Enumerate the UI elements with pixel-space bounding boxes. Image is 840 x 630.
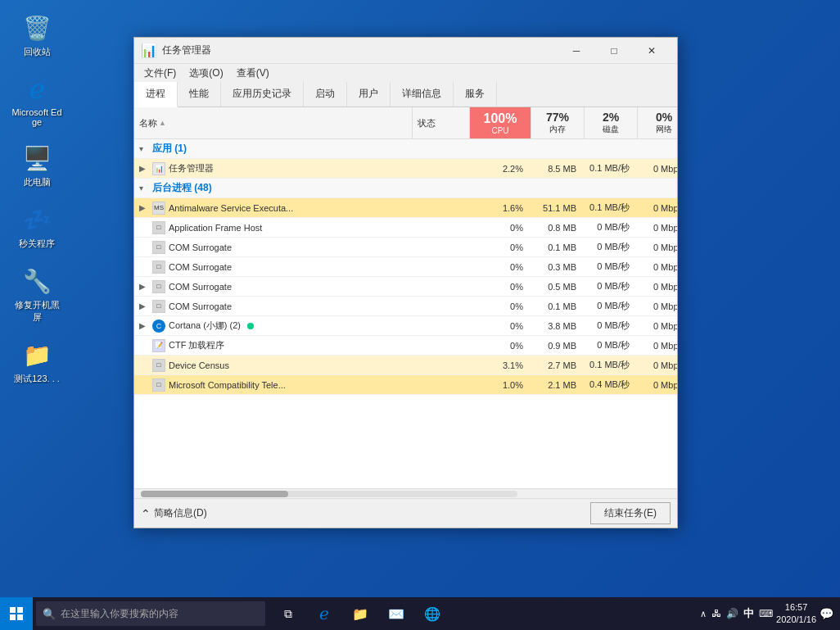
date-display: 2020/1/16	[776, 614, 816, 626]
table-row[interactable]: □ COM Surrogate 0% 0.3 MB 0 MB/秒 0 Mbps	[134, 257, 677, 277]
tab-performance[interactable]: 性能	[178, 82, 221, 107]
desktop-icon-test[interactable]: 📁 测试123. . .	[8, 335, 65, 388]
edge-label: Microsoft Edge	[11, 107, 62, 127]
pc-icon: 🖥️	[20, 142, 53, 174]
process-name: ▶ □ COM Surrogate	[134, 298, 413, 315]
tab-details[interactable]: 详细信息	[391, 82, 454, 107]
desktop-icon-edge[interactable]: ℯ Microsoft Edge	[8, 70, 65, 130]
taskbar-center: ⧉ ℯ 📁 ✉️ 🌐	[272, 597, 449, 630]
close-button[interactable]: ✕	[633, 38, 671, 64]
table-row[interactable]: ▶ C Cortana (小娜) (2) 0% 3.8 MB 0 MB/秒 0 …	[134, 316, 677, 336]
notification-icon[interactable]: 💬	[820, 607, 833, 620]
keyboard-icon[interactable]: ⌨	[759, 608, 773, 619]
table-area: 名称 ▲ 状态 100% CPU 77% 内存	[134, 107, 677, 498]
desktop-icon-fix[interactable]: 🔧 修复开机黑屏	[8, 261, 65, 327]
apps-section-label: ▾ 应用 (1)	[134, 140, 413, 157]
task-view-button[interactable]: ⧉	[272, 597, 305, 630]
network-taskbar-button[interactable]: 🌐	[416, 597, 449, 630]
process-name: ▶ C Cortana (小娜) (2)	[134, 318, 413, 334]
table-row[interactable]: 📝 CTF 加载程序 0% 0.9 MB 0 MB/秒 0 Mbps	[134, 336, 677, 356]
col-name[interactable]: 名称 ▲	[134, 107, 413, 138]
desktop: 🗑️ 回收站 ℯ Microsoft Edge 🖥️ 此电脑 💤 秒关程序 🔧 …	[0, 0, 840, 630]
app-icon: 📊	[152, 162, 165, 175]
table-row[interactable]: ▶ 📊 任务管理器 2.2% 8.5 MB 0.1 MB/秒 0 Mbps	[134, 159, 677, 179]
menu-options[interactable]: 选项(O)	[183, 65, 229, 82]
process-name: ▶ □ COM Surrogate	[134, 279, 413, 295]
process-name: □ Microsoft Compatibility Tele...	[134, 377, 413, 393]
volume-icon[interactable]: 🔊	[726, 608, 738, 619]
col-status[interactable]: 状态	[413, 107, 470, 138]
folder-icon: 📁	[20, 338, 53, 371]
titlebar: 📊 任务管理器 ─ □ ✕	[134, 38, 677, 64]
expand-icon: ▾	[139, 184, 149, 193]
table-body[interactable]: ▾ 应用 (1) ▶ 📊 任务管理器	[134, 139, 677, 488]
table-row[interactable]: ▶ □ COM Surrogate 0% 0.1 MB 0 MB/秒 0 Mbp…	[134, 297, 677, 316]
sleep-icon: 💤	[20, 203, 53, 236]
window-controls: ─ □ ✕	[558, 38, 671, 64]
horizontal-scrollbar[interactable]	[134, 488, 677, 498]
svg-rect-0	[10, 607, 16, 613]
explorer-taskbar-button[interactable]: 📁	[344, 597, 377, 630]
desktop-icons: 🗑️ 回收站 ℯ Microsoft Edge 🖥️ 此电脑 💤 秒关程序 🔧 …	[8, 8, 65, 388]
sleep-label: 秒关程序	[19, 238, 55, 250]
col-network[interactable]: 0% 网络	[638, 107, 677, 138]
edge-icon: ℯ	[20, 73, 53, 106]
section-background[interactable]: ▾ 后台进程 (48)	[134, 179, 677, 198]
fix-icon: 🔧	[20, 265, 53, 297]
summary-button[interactable]: ⌃ 简略信息(D)	[141, 506, 207, 520]
tab-users[interactable]: 用户	[347, 82, 391, 107]
search-bar[interactable]: 🔍 在这里输入你要搜索的内容	[36, 601, 265, 626]
window-icon: 📊	[141, 43, 157, 58]
table-row[interactable]: ▶ □ COM Surrogate 0% 0.5 MB 0 MB/秒 0 Mbp…	[134, 277, 677, 297]
process-name: □ COM Surrogate	[134, 239, 413, 256]
mail-taskbar-button[interactable]: ✉️	[380, 597, 413, 630]
table-row[interactable]: □ Application Frame Host 0% 0.8 MB 0 MB/…	[134, 218, 677, 238]
start-button[interactable]	[0, 597, 33, 630]
col-disk[interactable]: 2% 磁盘	[585, 107, 638, 138]
summary-label: 简略信息(D)	[154, 506, 207, 520]
table-row[interactable]: □ COM Surrogate 0% 0.1 MB 0 MB/秒 0 Mbps	[134, 238, 677, 257]
cortana-icon: C	[152, 320, 165, 333]
taskbar: 🔍 在这里输入你要搜索的内容 ⧉ ℯ 📁 ✉️ 🌐 ∧ 🖧 🔊 中 ⌨ 16:5…	[0, 597, 840, 630]
maximize-button[interactable]: □	[595, 38, 633, 64]
desktop-icon-sleep[interactable]: 💤 秒关程序	[8, 200, 65, 253]
desktop-icon-pc[interactable]: 🖥️ 此电脑	[8, 138, 65, 192]
tab-processes[interactable]: 进程	[134, 82, 178, 107]
svg-rect-2	[10, 614, 16, 620]
process-name: 📝 CTF 加载程序	[134, 338, 413, 354]
table-row[interactable]: □ Microsoft Compatibility Tele... 1.0% 2…	[134, 375, 677, 395]
recycle-label: 回收站	[24, 46, 51, 58]
bottom-bar: ⌃ 简略信息(D) 结束任务(E)	[134, 498, 677, 528]
cpu-percent: 100%	[484, 111, 517, 126]
menubar: 文件(F) 选项(O) 查看(V)	[134, 64, 677, 82]
edge-taskbar-button[interactable]: ℯ	[308, 597, 341, 630]
network-tray-icon[interactable]: 🖧	[711, 608, 721, 619]
fix-label: 修复开机黑屏	[11, 299, 62, 324]
input-method-icon[interactable]: 中	[743, 606, 754, 621]
search-placeholder: 在这里输入你要搜索的内容	[61, 607, 178, 621]
tab-app-history[interactable]: 应用历史记录	[221, 82, 304, 107]
tab-startup[interactable]: 启动	[304, 82, 347, 107]
tab-services[interactable]: 服务	[454, 82, 497, 107]
background-section-label: ▾ 后台进程 (48)	[134, 179, 413, 197]
process-icon: □	[152, 300, 165, 313]
desktop-icon-recycle[interactable]: 🗑️ 回收站	[8, 8, 65, 61]
menu-view[interactable]: 查看(V)	[230, 65, 276, 82]
col-cpu[interactable]: 100% CPU	[470, 107, 531, 138]
table-row[interactable]: ▶ MS Antimalware Service Executa... 1.6%…	[134, 198, 677, 218]
tray-chevron[interactable]: ∧	[700, 609, 707, 619]
clock[interactable]: 16:57 2020/1/16	[776, 601, 816, 627]
taskbar-right: ∧ 🖧 🔊 中 ⌨ 16:57 2020/1/16 💬	[700, 601, 840, 627]
cortana-status-dot	[247, 323, 254, 329]
tab-bar: 进程 性能 应用历史记录 启动 用户 详细信息 服务	[134, 82, 677, 107]
minimize-button[interactable]: ─	[558, 38, 595, 64]
table-row[interactable]: □ Device Census 3.1% 2.7 MB 0.1 MB/秒 0 M…	[134, 356, 677, 375]
process-icon: □	[152, 241, 165, 254]
section-apps[interactable]: ▾ 应用 (1)	[134, 139, 677, 159]
process-icon: □	[152, 359, 165, 372]
menu-file[interactable]: 文件(F)	[138, 65, 183, 82]
process-name: □ Application Frame Host	[134, 220, 413, 236]
end-task-button[interactable]: 结束任务(E)	[590, 502, 671, 524]
window-title: 任务管理器	[162, 43, 558, 57]
col-memory[interactable]: 77% 内存	[531, 107, 585, 138]
